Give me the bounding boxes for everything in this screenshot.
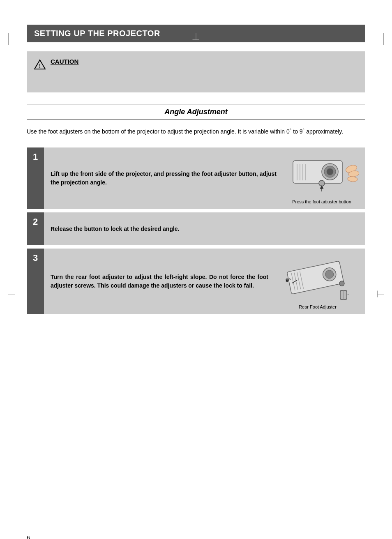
step-1: 1 Lift up the front side of the projecto… — [27, 147, 365, 209]
warning-icon: ! — [34, 59, 46, 70]
step-1-content: Lift up the front side of the projector,… — [44, 147, 365, 209]
svg-text:!: ! — [39, 62, 41, 69]
step-3-image: 9° Rear Foot Adjuster — [277, 253, 359, 309]
step-1-text: Lift up the front side of the projector,… — [51, 170, 277, 187]
corner-mark-tl — [8, 33, 21, 45]
step-2-text: Release the button to lock at the desire… — [51, 225, 359, 233]
section-title: SETTING UP THE PROJECTOR — [34, 29, 160, 38]
sub-section-header: Angle Adjustment — [27, 104, 365, 120]
step-3-text: Turn the rear foot adjuster to adjust th… — [51, 273, 268, 290]
center-mark-top — [196, 33, 196, 39]
content-area: SETTING UP THE PROJECTOR ! CAUTION Angle… — [27, 25, 365, 314]
rear-foot-svg: 9° — [277, 253, 359, 303]
step-number-2: 2 — [27, 212, 44, 245]
step-1-image: Press the foot adjuster button — [285, 152, 359, 204]
caution-title-text: CAUTION — [51, 58, 78, 65]
step-3-caption: Rear Foot Adjuster — [299, 304, 337, 309]
center-mark-left — [8, 294, 15, 295]
caution-label: CAUTION — [51, 58, 78, 65]
step-3: 3 Turn the rear foot adjuster to adjust … — [27, 249, 365, 314]
step-3-content: Turn the rear foot adjuster to adjust th… — [44, 249, 365, 314]
svg-point-5 — [327, 168, 333, 175]
step-number-1: 1 — [27, 147, 44, 209]
step-2: 2 Release the button to lock at the desi… — [27, 212, 365, 245]
center-mark-right — [377, 294, 384, 295]
step-number-3: 3 — [27, 249, 44, 314]
sub-section-title: Angle Adjustment — [164, 108, 227, 116]
caution-box: ! CAUTION — [27, 51, 365, 92]
svg-point-13 — [348, 176, 358, 182]
corner-mark-tr — [371, 33, 384, 45]
step-2-content: Release the button to lock at the desire… — [44, 212, 365, 245]
svg-point-10 — [319, 180, 325, 186]
projector-foot-svg — [285, 152, 359, 198]
page: SETTING UP THE PROJECTOR ! CAUTION Angle… — [0, 25, 392, 539]
step-1-caption: Press the foot adjuster button — [292, 199, 351, 204]
angle-label: 9° — [286, 277, 291, 283]
intro-text: Use the foot adjusters on the bottom of … — [27, 127, 365, 136]
page-number: 6 — [27, 534, 30, 539]
